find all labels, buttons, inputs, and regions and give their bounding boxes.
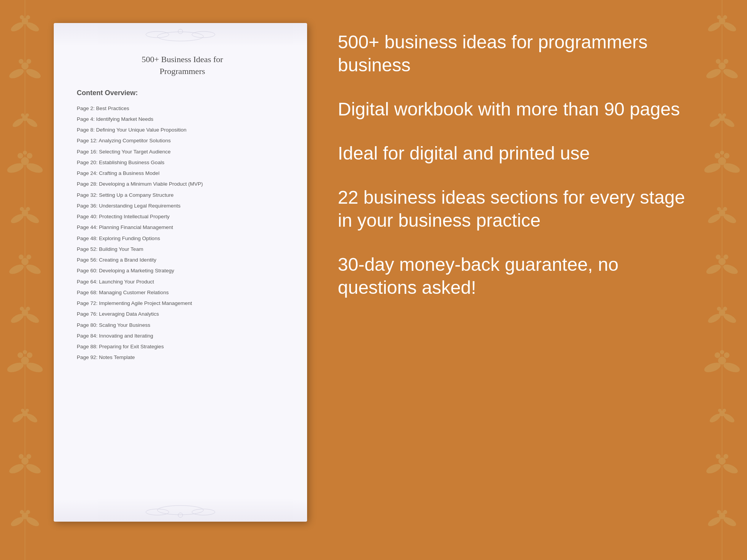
- toc-item: Page 88: Preparing for Exit Strategies: [77, 341, 288, 352]
- toc-item: Page 8: Defining Your Unique Value Propo…: [77, 125, 288, 135]
- floral-right-decoration: [697, 0, 747, 560]
- toc-item: Page 52: Building Your Team: [77, 244, 288, 255]
- svg-point-110: [724, 454, 728, 459]
- svg-point-42: [23, 350, 27, 354]
- toc-item: Page 56: Creating a Brand Identity: [77, 255, 288, 265]
- svg-point-86: [722, 263, 739, 275]
- svg-point-19: [18, 153, 23, 158]
- svg-point-120: [157, 506, 203, 515]
- svg-point-12: [25, 117, 38, 128]
- toc-item: Page 84: Innovating and Iterating: [77, 331, 288, 341]
- svg-point-61: [719, 18, 725, 24]
- svg-point-108: [719, 458, 726, 464]
- feature-item-4: 22 business ideas sections for every sta…: [338, 186, 693, 232]
- svg-point-56: [20, 510, 24, 514]
- svg-point-89: [724, 255, 728, 259]
- svg-point-6: [8, 67, 25, 80]
- svg-point-11: [12, 117, 25, 128]
- svg-point-43: [12, 412, 25, 424]
- svg-point-25: [20, 207, 24, 211]
- svg-point-69: [709, 117, 722, 128]
- svg-point-27: [8, 263, 25, 275]
- svg-point-28: [25, 263, 42, 275]
- svg-point-64: [705, 67, 722, 80]
- svg-point-83: [717, 207, 721, 211]
- svg-point-119: [178, 29, 183, 34]
- svg-point-114: [717, 510, 721, 514]
- svg-point-40: [18, 352, 23, 358]
- svg-point-78: [724, 153, 729, 158]
- svg-point-107: [722, 462, 739, 475]
- svg-point-91: [722, 312, 737, 324]
- svg-point-111: [707, 516, 722, 528]
- svg-point-36: [26, 307, 30, 311]
- svg-point-33: [25, 312, 40, 324]
- svg-point-38: [25, 361, 44, 374]
- svg-point-49: [25, 462, 42, 475]
- svg-point-80: [707, 212, 722, 225]
- svg-point-53: [10, 516, 25, 528]
- svg-point-2: [25, 21, 40, 33]
- feature-text: 22 business ideas sections for every sta…: [338, 186, 693, 232]
- toc-item: Page 28: Developing a Minimum Viable Pro…: [77, 179, 288, 189]
- toc-item: Page 20: Establishing Business Goals: [77, 157, 288, 168]
- svg-point-94: [723, 307, 727, 311]
- svg-point-5: [26, 15, 30, 19]
- feature-item-2: Digital workbook with more than 90 pages: [338, 98, 693, 121]
- toc-item: Page 76: Leveraging Data Analytics: [77, 309, 288, 320]
- svg-point-47: [26, 409, 29, 412]
- svg-point-68: [724, 59, 728, 64]
- toc-item: Page 24: Crafting a Business Model: [77, 168, 288, 179]
- svg-point-105: [723, 409, 726, 412]
- svg-point-48: [8, 462, 25, 475]
- svg-point-63: [723, 15, 727, 19]
- svg-point-3: [22, 18, 28, 24]
- toc-item: Page 92: Notes Template: [77, 352, 288, 363]
- svg-point-16: [6, 161, 25, 175]
- svg-point-87: [719, 258, 726, 265]
- doc-content: 500+ Business Ideas for Programmers Cont…: [77, 42, 288, 363]
- feature-text: Ideal for digital and printed use: [338, 142, 693, 165]
- svg-point-35: [20, 307, 24, 311]
- toc-item: Page 68: Managing Customer Relations: [77, 287, 288, 298]
- svg-point-32: [10, 312, 25, 324]
- svg-point-85: [705, 263, 722, 275]
- svg-point-98: [715, 352, 720, 358]
- svg-point-100: [720, 350, 724, 354]
- feature-item-1: 500+ business ideas for programmers busi…: [338, 31, 693, 77]
- svg-point-88: [716, 255, 721, 259]
- feature-item-5: 30-day money-back guarantee, no question…: [338, 253, 693, 299]
- svg-point-30: [19, 255, 23, 259]
- svg-point-44: [25, 412, 38, 424]
- svg-point-52: [26, 454, 31, 459]
- svg-point-8: [21, 63, 28, 69]
- svg-point-115: [723, 510, 727, 514]
- svg-point-17: [25, 161, 44, 175]
- doc-border-top: [54, 23, 307, 46]
- main-content: 500+ Business Ideas for Programmers Cont…: [54, 23, 693, 537]
- svg-point-123: [178, 513, 183, 517]
- svg-point-103: [719, 411, 725, 416]
- svg-point-96: [722, 361, 741, 374]
- svg-point-104: [718, 409, 721, 412]
- toc-item: Page 16: Selecting Your Target Audience: [77, 147, 288, 157]
- svg-point-23: [25, 212, 40, 225]
- svg-point-37: [6, 361, 25, 374]
- svg-point-109: [716, 454, 721, 459]
- svg-point-22: [10, 212, 25, 225]
- features-panel: 500+ business ideas for programmers busi…: [330, 23, 693, 320]
- svg-point-93: [717, 307, 721, 311]
- toc-item: Page 4: Identifying Market Needs: [77, 114, 288, 125]
- toc-item: Page 80: Scaling Your Business: [77, 320, 288, 331]
- svg-point-15: [26, 114, 29, 117]
- svg-point-113: [719, 513, 725, 519]
- toc-item: Page 48: Exploring Funding Options: [77, 233, 288, 244]
- toc-item: Page 72: Implementing Agile Project Mana…: [77, 298, 288, 309]
- svg-point-81: [722, 212, 737, 225]
- svg-point-74: [703, 161, 722, 175]
- svg-point-7: [25, 67, 42, 80]
- svg-point-55: [22, 513, 28, 519]
- svg-point-41: [27, 352, 32, 358]
- svg-point-72: [718, 114, 721, 117]
- svg-point-10: [26, 59, 31, 64]
